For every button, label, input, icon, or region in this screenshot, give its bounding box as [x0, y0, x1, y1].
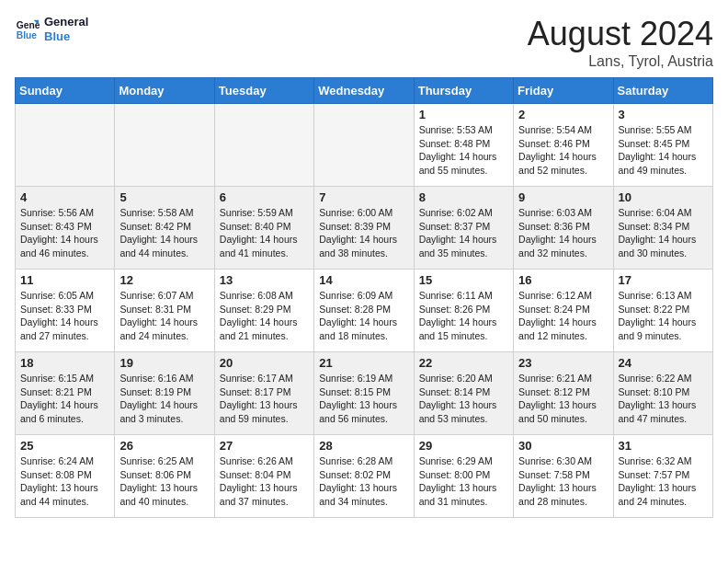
cell-info: Sunrise: 6:17 AM Sunset: 8:17 PM Dayligh…: [220, 372, 309, 426]
calendar-cell: 7Sunrise: 6:00 AM Sunset: 8:39 PM Daylig…: [314, 187, 414, 270]
calendar-cell: [314, 104, 414, 187]
day-number: 3: [619, 108, 708, 121]
calendar-cell: [115, 104, 214, 187]
cell-info: Sunrise: 6:28 AM Sunset: 8:02 PM Dayligh…: [319, 454, 408, 509]
cell-info: Sunrise: 6:20 AM Sunset: 8:14 PM Dayligh…: [419, 372, 508, 426]
calendar-cell: 18Sunrise: 6:15 AM Sunset: 8:21 PM Dayli…: [16, 352, 115, 435]
calendar-cell: [214, 104, 313, 187]
calendar-location: Lans, Tyrol, Austria: [528, 53, 713, 70]
calendar-cell: 27Sunrise: 6:26 AM Sunset: 8:04 PM Dayli…: [214, 435, 313, 518]
calendar-header-row: SundayMondayTuesdayWednesdayThursdayFrid…: [16, 78, 713, 104]
day-number: 4: [20, 190, 109, 204]
cell-info: Sunrise: 6:24 AM Sunset: 8:08 PM Dayligh…: [20, 454, 109, 509]
cell-info: Sunrise: 6:30 AM Sunset: 7:58 PM Dayligh…: [518, 454, 608, 509]
cell-info: Sunrise: 6:03 AM Sunset: 8:36 PM Dayligh…: [518, 206, 608, 260]
calendar-cell: 10Sunrise: 6:04 AM Sunset: 8:34 PM Dayli…: [613, 187, 712, 270]
page-header: General Blue General Blue August 2024 La…: [15, 15, 713, 70]
cell-info: Sunrise: 6:26 AM Sunset: 8:04 PM Dayligh…: [220, 454, 309, 509]
day-number: 30: [518, 439, 608, 453]
day-number: 15: [419, 273, 508, 287]
calendar-cell: 9Sunrise: 6:03 AM Sunset: 8:36 PM Daylig…: [514, 187, 613, 270]
cell-info: Sunrise: 6:21 AM Sunset: 8:12 PM Dayligh…: [518, 372, 608, 426]
day-number: 19: [119, 356, 209, 370]
calendar-cell: 20Sunrise: 6:17 AM Sunset: 8:17 PM Dayli…: [214, 352, 313, 435]
day-number: 28: [319, 439, 408, 453]
cell-info: Sunrise: 5:58 AM Sunset: 8:42 PM Dayligh…: [119, 206, 209, 260]
calendar-cell: 5Sunrise: 5:58 AM Sunset: 8:42 PM Daylig…: [115, 187, 214, 270]
calendar-cell: 15Sunrise: 6:11 AM Sunset: 8:26 PM Dayli…: [414, 270, 513, 352]
day-number: 5: [119, 190, 209, 204]
calendar-cell: 16Sunrise: 6:12 AM Sunset: 8:24 PM Dayli…: [514, 270, 613, 352]
day-number: 6: [220, 190, 309, 204]
calendar-row-3: 18Sunrise: 6:15 AM Sunset: 8:21 PM Dayli…: [16, 352, 713, 435]
calendar-cell: 6Sunrise: 5:59 AM Sunset: 8:40 PM Daylig…: [214, 187, 313, 270]
calendar-table: SundayMondayTuesdayWednesdayThursdayFrid…: [15, 77, 713, 518]
cell-info: Sunrise: 5:59 AM Sunset: 8:40 PM Dayligh…: [220, 206, 309, 260]
day-number: 31: [619, 439, 708, 453]
calendar-cell: 21Sunrise: 6:19 AM Sunset: 8:15 PM Dayli…: [314, 352, 414, 435]
cell-info: Sunrise: 6:00 AM Sunset: 8:39 PM Dayligh…: [319, 206, 408, 260]
calendar-cell: 30Sunrise: 6:30 AM Sunset: 7:58 PM Dayli…: [514, 435, 613, 518]
calendar-cell: 23Sunrise: 6:21 AM Sunset: 8:12 PM Dayli…: [514, 352, 613, 435]
header-wednesday: Wednesday: [314, 78, 414, 104]
cell-info: Sunrise: 6:29 AM Sunset: 8:00 PM Dayligh…: [419, 454, 508, 509]
calendar-cell: 26Sunrise: 6:25 AM Sunset: 8:06 PM Dayli…: [115, 435, 214, 518]
day-number: 27: [220, 439, 309, 453]
day-number: 9: [518, 190, 608, 204]
calendar-row-2: 11Sunrise: 6:05 AM Sunset: 8:33 PM Dayli…: [16, 270, 713, 352]
calendar-cell: 25Sunrise: 6:24 AM Sunset: 8:08 PM Dayli…: [16, 435, 115, 518]
calendar-cell: 2Sunrise: 5:54 AM Sunset: 8:46 PM Daylig…: [514, 104, 613, 187]
header-saturday: Saturday: [613, 78, 712, 104]
day-number: 13: [220, 273, 309, 287]
logo-text-blue: Blue: [44, 29, 88, 44]
cell-info: Sunrise: 5:53 AM Sunset: 8:48 PM Dayligh…: [419, 123, 508, 178]
cell-info: Sunrise: 6:07 AM Sunset: 8:31 PM Dayligh…: [119, 289, 209, 343]
day-number: 29: [419, 439, 508, 453]
cell-info: Sunrise: 6:32 AM Sunset: 7:57 PM Dayligh…: [619, 454, 708, 509]
calendar-cell: 1Sunrise: 5:53 AM Sunset: 8:48 PM Daylig…: [414, 104, 513, 187]
calendar-cell: 11Sunrise: 6:05 AM Sunset: 8:33 PM Dayli…: [16, 270, 115, 352]
day-number: 20: [220, 356, 309, 370]
day-number: 11: [20, 273, 109, 287]
calendar-cell: [16, 104, 115, 187]
calendar-cell: 13Sunrise: 6:08 AM Sunset: 8:29 PM Dayli…: [214, 270, 313, 352]
day-number: 7: [319, 190, 408, 204]
calendar-row-0: 1Sunrise: 5:53 AM Sunset: 8:48 PM Daylig…: [16, 104, 713, 187]
day-number: 21: [319, 356, 408, 370]
calendar-title: August 2024: [528, 15, 713, 53]
day-number: 23: [518, 356, 608, 370]
day-number: 12: [119, 273, 209, 287]
day-number: 1: [419, 108, 508, 121]
cell-info: Sunrise: 6:13 AM Sunset: 8:22 PM Dayligh…: [619, 289, 708, 343]
day-number: 14: [319, 273, 408, 287]
cell-info: Sunrise: 6:19 AM Sunset: 8:15 PM Dayligh…: [319, 372, 408, 426]
day-number: 2: [518, 108, 608, 121]
cell-info: Sunrise: 6:04 AM Sunset: 8:34 PM Dayligh…: [619, 206, 708, 260]
cell-info: Sunrise: 5:56 AM Sunset: 8:43 PM Dayligh…: [20, 206, 109, 260]
cell-info: Sunrise: 6:16 AM Sunset: 8:19 PM Dayligh…: [119, 372, 209, 426]
day-number: 22: [419, 356, 508, 370]
calendar-body: 1Sunrise: 5:53 AM Sunset: 8:48 PM Daylig…: [16, 104, 713, 518]
header-monday: Monday: [115, 78, 214, 104]
logo-icon: General Blue: [15, 17, 40, 42]
day-number: 26: [119, 439, 209, 453]
cell-info: Sunrise: 6:15 AM Sunset: 8:21 PM Dayligh…: [20, 372, 109, 426]
calendar-cell: 8Sunrise: 6:02 AM Sunset: 8:37 PM Daylig…: [414, 187, 513, 270]
calendar-cell: 19Sunrise: 6:16 AM Sunset: 8:19 PM Dayli…: [115, 352, 214, 435]
day-number: 24: [619, 356, 708, 370]
calendar-cell: 22Sunrise: 6:20 AM Sunset: 8:14 PM Dayli…: [414, 352, 513, 435]
cell-info: Sunrise: 6:05 AM Sunset: 8:33 PM Dayligh…: [20, 289, 109, 343]
cell-info: Sunrise: 6:11 AM Sunset: 8:26 PM Dayligh…: [419, 289, 508, 343]
day-number: 18: [20, 356, 109, 370]
calendar-cell: 17Sunrise: 6:13 AM Sunset: 8:22 PM Dayli…: [613, 270, 712, 352]
logo: General Blue General Blue: [15, 15, 88, 43]
day-number: 17: [619, 273, 708, 287]
logo-text-general: General: [44, 15, 88, 29]
header-thursday: Thursday: [414, 78, 513, 104]
header-sunday: Sunday: [16, 78, 115, 104]
header-tuesday: Tuesday: [214, 78, 313, 104]
day-number: 25: [20, 439, 109, 453]
calendar-cell: 24Sunrise: 6:22 AM Sunset: 8:10 PM Dayli…: [613, 352, 712, 435]
cell-info: Sunrise: 6:09 AM Sunset: 8:28 PM Dayligh…: [319, 289, 408, 343]
cell-info: Sunrise: 6:12 AM Sunset: 8:24 PM Dayligh…: [518, 289, 608, 343]
